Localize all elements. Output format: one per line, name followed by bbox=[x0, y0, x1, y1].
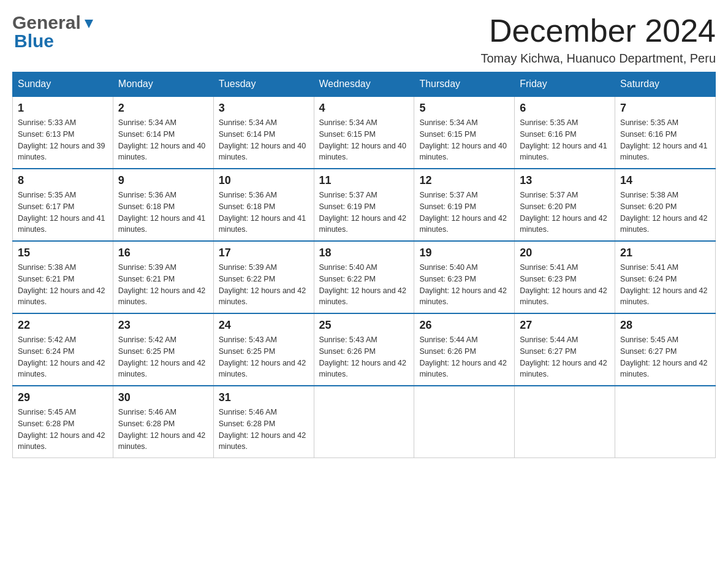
calendar-cell: 20Sunrise: 5:41 AMSunset: 6:23 PMDayligh… bbox=[515, 241, 615, 313]
week-row: 15Sunrise: 5:38 AMSunset: 6:21 PMDayligh… bbox=[13, 241, 716, 313]
day-number: 21 bbox=[620, 247, 710, 259]
day-number: 19 bbox=[419, 247, 509, 259]
day-number: 20 bbox=[520, 247, 610, 259]
calendar-cell: 17Sunrise: 5:39 AMSunset: 6:22 PMDayligh… bbox=[213, 241, 314, 313]
day-info: Sunrise: 5:34 AMSunset: 6:14 PMDaylight:… bbox=[118, 117, 208, 163]
calendar-cell bbox=[615, 386, 716, 458]
header-saturday: Saturday bbox=[615, 72, 716, 97]
header-monday: Monday bbox=[113, 72, 213, 97]
day-info: Sunrise: 5:46 AMSunset: 6:28 PMDaylight:… bbox=[118, 407, 208, 453]
calendar-cell: 10Sunrise: 5:36 AMSunset: 6:18 PMDayligh… bbox=[213, 169, 314, 241]
calendar-cell: 7Sunrise: 5:35 AMSunset: 6:16 PMDaylight… bbox=[615, 96, 716, 169]
day-info: Sunrise: 5:34 AMSunset: 6:14 PMDaylight:… bbox=[219, 117, 309, 163]
logo-blue: Blue bbox=[14, 31, 54, 51]
day-number: 15 bbox=[18, 247, 108, 259]
day-info: Sunrise: 5:39 AMSunset: 6:22 PMDaylight:… bbox=[219, 262, 309, 308]
calendar-cell: 27Sunrise: 5:44 AMSunset: 6:27 PMDayligh… bbox=[515, 313, 615, 386]
header-sunday: Sunday bbox=[13, 72, 113, 97]
day-info: Sunrise: 5:33 AMSunset: 6:13 PMDaylight:… bbox=[18, 117, 108, 163]
day-number: 25 bbox=[319, 319, 409, 332]
day-number: 16 bbox=[118, 247, 208, 259]
header-friday: Friday bbox=[515, 72, 615, 97]
calendar-cell: 5Sunrise: 5:34 AMSunset: 6:15 PMDaylight… bbox=[414, 96, 515, 169]
header-thursday: Thursday bbox=[414, 72, 515, 97]
title-section: December 2024 Tomay Kichwa, Huanuco Depa… bbox=[480, 12, 716, 66]
calendar-cell: 30Sunrise: 5:46 AMSunset: 6:28 PMDayligh… bbox=[113, 386, 213, 458]
header-wednesday: Wednesday bbox=[314, 72, 414, 97]
day-info: Sunrise: 5:44 AMSunset: 6:26 PMDaylight:… bbox=[419, 334, 509, 380]
day-number: 2 bbox=[118, 102, 208, 115]
day-info: Sunrise: 5:45 AMSunset: 6:27 PMDaylight:… bbox=[620, 334, 710, 380]
calendar-cell: 19Sunrise: 5:40 AMSunset: 6:23 PMDayligh… bbox=[414, 241, 515, 313]
calendar-cell: 14Sunrise: 5:38 AMSunset: 6:20 PMDayligh… bbox=[615, 169, 716, 241]
day-info: Sunrise: 5:37 AMSunset: 6:19 PMDaylight:… bbox=[419, 190, 509, 236]
day-info: Sunrise: 5:39 AMSunset: 6:21 PMDaylight:… bbox=[118, 262, 208, 308]
week-row: 1Sunrise: 5:33 AMSunset: 6:13 PMDaylight… bbox=[13, 96, 716, 169]
day-info: Sunrise: 5:35 AMSunset: 6:16 PMDaylight:… bbox=[520, 117, 610, 163]
day-number: 27 bbox=[520, 319, 610, 332]
logo-triangle-icon bbox=[82, 17, 96, 31]
day-number: 6 bbox=[520, 102, 610, 115]
day-info: Sunrise: 5:42 AMSunset: 6:25 PMDaylight:… bbox=[118, 334, 208, 380]
day-number: 26 bbox=[419, 319, 509, 332]
logo-general: General bbox=[12, 12, 81, 33]
day-info: Sunrise: 5:43 AMSunset: 6:26 PMDaylight:… bbox=[319, 334, 409, 380]
calendar-cell: 2Sunrise: 5:34 AMSunset: 6:14 PMDaylight… bbox=[113, 96, 213, 169]
day-info: Sunrise: 5:38 AMSunset: 6:20 PMDaylight:… bbox=[620, 190, 710, 236]
calendar-cell: 1Sunrise: 5:33 AMSunset: 6:13 PMDaylight… bbox=[13, 96, 113, 169]
day-number: 30 bbox=[118, 391, 208, 404]
calendar-cell: 3Sunrise: 5:34 AMSunset: 6:14 PMDaylight… bbox=[213, 96, 314, 169]
day-info: Sunrise: 5:41 AMSunset: 6:23 PMDaylight:… bbox=[520, 262, 610, 308]
day-info: Sunrise: 5:40 AMSunset: 6:22 PMDaylight:… bbox=[319, 262, 409, 308]
day-number: 18 bbox=[319, 247, 409, 259]
day-number: 12 bbox=[419, 174, 509, 187]
day-info: Sunrise: 5:34 AMSunset: 6:15 PMDaylight:… bbox=[419, 117, 509, 163]
day-number: 22 bbox=[18, 319, 108, 332]
day-number: 1 bbox=[18, 102, 108, 115]
day-number: 4 bbox=[319, 102, 409, 115]
calendar-table: Sunday Monday Tuesday Wednesday Thursday… bbox=[12, 72, 716, 458]
day-info: Sunrise: 5:40 AMSunset: 6:23 PMDaylight:… bbox=[419, 262, 509, 308]
calendar-cell: 22Sunrise: 5:42 AMSunset: 6:24 PMDayligh… bbox=[13, 313, 113, 386]
day-info: Sunrise: 5:37 AMSunset: 6:20 PMDaylight:… bbox=[520, 190, 610, 236]
day-number: 14 bbox=[620, 174, 710, 187]
day-number: 11 bbox=[319, 174, 409, 187]
day-number: 17 bbox=[219, 247, 309, 259]
day-info: Sunrise: 5:46 AMSunset: 6:28 PMDaylight:… bbox=[219, 407, 309, 453]
calendar-cell: 9Sunrise: 5:36 AMSunset: 6:18 PMDaylight… bbox=[113, 169, 213, 241]
calendar-cell: 6Sunrise: 5:35 AMSunset: 6:16 PMDaylight… bbox=[515, 96, 615, 169]
day-info: Sunrise: 5:38 AMSunset: 6:21 PMDaylight:… bbox=[18, 262, 108, 308]
day-number: 9 bbox=[118, 174, 208, 187]
month-title: December 2024 bbox=[480, 12, 716, 49]
day-number: 7 bbox=[620, 102, 710, 115]
calendar-cell bbox=[414, 386, 515, 458]
day-number: 3 bbox=[219, 102, 309, 115]
calendar-cell: 16Sunrise: 5:39 AMSunset: 6:21 PMDayligh… bbox=[113, 241, 213, 313]
week-row: 22Sunrise: 5:42 AMSunset: 6:24 PMDayligh… bbox=[13, 313, 716, 386]
week-row: 29Sunrise: 5:45 AMSunset: 6:28 PMDayligh… bbox=[13, 386, 716, 458]
header-tuesday: Tuesday bbox=[213, 72, 314, 97]
day-number: 29 bbox=[18, 391, 108, 404]
day-number: 13 bbox=[520, 174, 610, 187]
calendar-cell: 18Sunrise: 5:40 AMSunset: 6:22 PMDayligh… bbox=[314, 241, 414, 313]
day-info: Sunrise: 5:41 AMSunset: 6:24 PMDaylight:… bbox=[620, 262, 710, 308]
day-info: Sunrise: 5:42 AMSunset: 6:24 PMDaylight:… bbox=[18, 334, 108, 380]
day-number: 10 bbox=[219, 174, 309, 187]
calendar-cell bbox=[314, 386, 414, 458]
day-number: 8 bbox=[18, 174, 108, 187]
calendar-cell: 25Sunrise: 5:43 AMSunset: 6:26 PMDayligh… bbox=[314, 313, 414, 386]
day-info: Sunrise: 5:43 AMSunset: 6:25 PMDaylight:… bbox=[219, 334, 309, 380]
day-number: 5 bbox=[419, 102, 509, 115]
calendar-cell: 15Sunrise: 5:38 AMSunset: 6:21 PMDayligh… bbox=[13, 241, 113, 313]
day-info: Sunrise: 5:45 AMSunset: 6:28 PMDaylight:… bbox=[18, 407, 108, 453]
svg-marker-0 bbox=[85, 20, 93, 28]
day-number: 28 bbox=[620, 319, 710, 332]
week-row: 8Sunrise: 5:35 AMSunset: 6:17 PMDaylight… bbox=[13, 169, 716, 241]
day-number: 23 bbox=[118, 319, 208, 332]
day-number: 24 bbox=[219, 319, 309, 332]
calendar-cell: 12Sunrise: 5:37 AMSunset: 6:19 PMDayligh… bbox=[414, 169, 515, 241]
page-header: General Blue December 2024 Tomay Kichwa,… bbox=[12, 12, 716, 66]
day-info: Sunrise: 5:35 AMSunset: 6:16 PMDaylight:… bbox=[620, 117, 710, 163]
day-info: Sunrise: 5:44 AMSunset: 6:27 PMDaylight:… bbox=[520, 334, 610, 380]
calendar-cell: 31Sunrise: 5:46 AMSunset: 6:28 PMDayligh… bbox=[213, 386, 314, 458]
